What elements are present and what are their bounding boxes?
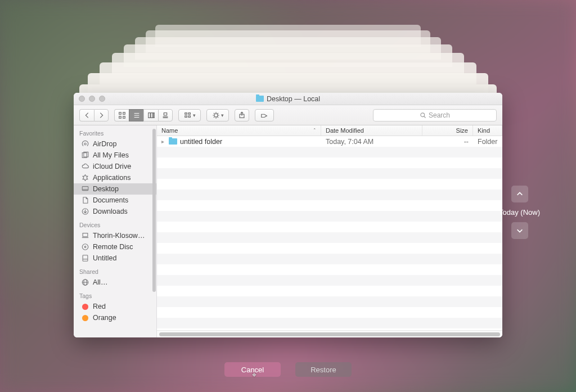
column-headers: Name˄ Date Modified Size Kind [157, 125, 502, 136]
svg-rect-14 [184, 115, 187, 117]
action-group: ▾ [206, 109, 229, 121]
sidebar-item-label: Applications [93, 174, 130, 182]
table-row [157, 275, 502, 286]
restore-button[interactable]: Restore [295, 362, 352, 377]
table-row[interactable]: ▸untitled folderToday, 7:04 AM--Folder [157, 136, 502, 147]
horizontal-scrollbar[interactable] [157, 330, 502, 337]
back-button[interactable] [79, 109, 94, 121]
table-row [157, 211, 502, 222]
tag-icon [80, 303, 89, 310]
sidebar-item-thorin-klosow-[interactable]: Thorin-Klosow… [74, 230, 156, 241]
sidebar-item-all-[interactable]: All… [74, 277, 156, 288]
airdrop-icon [80, 140, 89, 148]
sidebar-heading: Tags [74, 288, 156, 301]
sidebar-item-red[interactable]: Red [74, 301, 156, 312]
svg-rect-33 [82, 187, 88, 191]
titlebar[interactable]: Desktop — Local [74, 93, 502, 105]
table-row [157, 286, 502, 296]
sidebar-item-label: Downloads [93, 208, 128, 215]
sidebar-item-remote-disc[interactable]: Remote Disc [74, 241, 156, 253]
svg-point-39 [82, 244, 88, 250]
sidebar: FavoritesAirDropAll My FilesiCloud Drive… [74, 125, 157, 337]
disc-icon [80, 243, 89, 251]
arrange-button[interactable]: ▾ [178, 109, 201, 121]
forward-button[interactable] [94, 109, 109, 121]
sidebar-item-applications[interactable]: Applications [74, 172, 156, 183]
svg-rect-16 [188, 115, 190, 117]
svg-line-29 [424, 116, 425, 118]
svg-rect-10 [164, 112, 166, 115]
cloud-icon [80, 163, 89, 170]
svg-point-17 [214, 113, 217, 116]
folder-icon [256, 96, 264, 102]
file-kind: Folder [473, 138, 502, 146]
sidebar-item-label: All… [93, 278, 107, 286]
col-size[interactable]: Size [422, 125, 473, 136]
action-button[interactable]: ▾ [206, 109, 229, 121]
svg-line-24 [213, 116, 214, 117]
nav-buttons [79, 109, 109, 121]
search-placeholder: Search [429, 111, 450, 119]
col-name[interactable]: Name˄ [157, 125, 321, 136]
disclosure-triangle-icon[interactable]: ▸ [161, 138, 166, 145]
svg-rect-1 [123, 112, 125, 114]
allfiles-icon [80, 151, 89, 159]
sidebar-item-untitled[interactable]: Untitled [74, 253, 156, 264]
traffic-lights [79, 96, 105, 102]
toolbar: ▾ ▾ Search [74, 105, 502, 125]
close-button[interactable] [79, 96, 85, 102]
sidebar-item-orange[interactable]: Orange [74, 312, 156, 323]
timeline-down-button[interactable] [511, 222, 528, 239]
svg-rect-2 [119, 116, 121, 118]
sidebar-item-label: Red [93, 303, 106, 310]
sidebar-item-label: iCloud Drive [93, 163, 131, 170]
timeline-controls: Today (Now) [499, 186, 540, 239]
table-row [157, 296, 502, 307]
svg-rect-41 [83, 255, 88, 262]
svg-point-40 [84, 246, 86, 248]
svg-point-30 [84, 143, 86, 145]
sidebar-item-label: All My Files [93, 151, 129, 159]
table-row [157, 264, 502, 275]
bottom-buttons: Cancel Restore [0, 362, 576, 377]
list-view-button[interactable] [129, 109, 143, 121]
svg-rect-13 [184, 112, 187, 114]
sidebar-scrollbar[interactable] [152, 129, 156, 292]
tag-icon [80, 314, 89, 322]
col-date[interactable]: Date Modified [321, 125, 422, 136]
sidebar-item-label: AirDrop [93, 140, 116, 148]
svg-line-23 [217, 116, 218, 117]
table-row [157, 243, 502, 254]
tags-button[interactable] [255, 109, 274, 121]
disk-icon [80, 254, 89, 262]
share-button[interactable] [235, 109, 249, 121]
table-row [157, 318, 502, 328]
coverflow-view-button[interactable] [158, 109, 173, 121]
svg-rect-0 [119, 112, 121, 114]
zoom-button[interactable] [99, 96, 105, 102]
laptop-icon [80, 232, 89, 240]
sidebar-item-label: Orange [93, 314, 116, 322]
icon-view-button[interactable] [114, 109, 129, 121]
sort-asc-icon: ˄ [313, 128, 316, 133]
sidebar-item-all-my-files[interactable]: All My Files [74, 150, 156, 161]
table-row [157, 222, 502, 232]
timeline-up-button[interactable] [511, 186, 528, 202]
svg-point-28 [421, 112, 425, 116]
file-name: untitled folder [180, 138, 222, 146]
sidebar-item-airdrop[interactable]: AirDrop [74, 138, 156, 150]
sidebar-item-icloud-drive[interactable]: iCloud Drive [74, 161, 156, 172]
finder-window: Desktop — Local ▾ ▾ Search Favo [74, 93, 502, 337]
sidebar-item-label: Untitled [93, 254, 116, 262]
sidebar-item-downloads[interactable]: Downloads [74, 206, 156, 217]
folder-icon [169, 138, 177, 145]
window-title: Desktop — Local [267, 95, 320, 103]
sidebar-item-label: Desktop [93, 185, 119, 193]
minimize-button[interactable] [89, 96, 95, 102]
sidebar-item-documents[interactable]: Documents [74, 195, 156, 206]
sidebar-heading: Favorites [74, 125, 156, 138]
search-field[interactable]: Search [373, 109, 497, 121]
column-view-button[interactable] [143, 109, 158, 121]
sidebar-item-desktop[interactable]: Desktop [74, 183, 156, 195]
col-kind[interactable]: Kind [473, 125, 502, 136]
